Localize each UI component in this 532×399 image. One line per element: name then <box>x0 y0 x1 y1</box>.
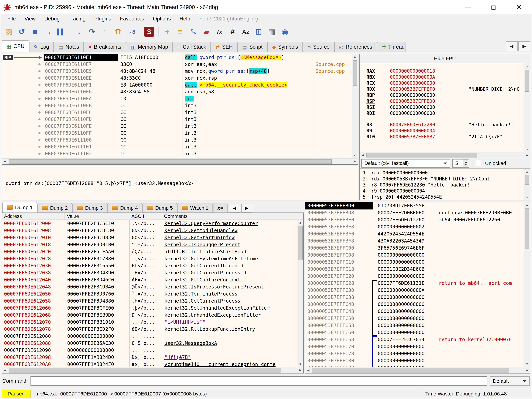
stack-value[interactable]: 0000000000000000 <box>377 343 439 350</box>
stack-value[interactable]: 0000000000000000 <box>377 294 439 301</box>
breakpoint-dot-icon[interactable] <box>38 153 41 155</box>
register-value[interactable]: 00000053B7EFFBF0 <box>390 86 469 92</box>
argument-row-3[interactable]: 3: r8 00007FF6DE612280 "Hello, packer!" <box>363 182 523 188</box>
dump-address[interactable]: 00007FF6DE612058 <box>2 297 65 304</box>
close-button[interactable]: ✕ <box>506 0 532 14</box>
dump-vertical-scrollbar[interactable] <box>297 220 303 367</box>
stack-address[interactable]: 00000053B7EFFC60 <box>305 329 372 336</box>
dump-address[interactable]: 00007FF6DE612020 <box>2 248 65 255</box>
stack-row[interactable]: 00000053B7EFFBD800007FFE2D0BF0B0ucrtbase… <box>305 209 524 216</box>
stack-address[interactable]: 00000053B7EFFBD8 <box>305 209 372 216</box>
register-row-rbp[interactable]: RBP0000000000000000 <box>367 92 523 98</box>
stack-address[interactable]: 00000053B7EFFC58 <box>305 322 372 329</box>
dump-address[interactable]: 00007FF6DE612090 <box>2 347 65 354</box>
scroll-left-icon[interactable] <box>2 158 8 164</box>
registers-vertical-scrollbar[interactable] <box>524 63 530 152</box>
dump-row[interactable]: 00007FF6DE61207000007FFE2F3B1010..;/þ...… <box>2 319 297 326</box>
register-row-rcx[interactable]: RCX0000000000000000 <box>367 80 523 86</box>
dump-row[interactable]: 00007FF6DE61201000007FFE2F3CD8300Ø</þ...… <box>2 234 297 241</box>
dump-address[interactable]: 00007FF6DE612040 <box>2 276 65 283</box>
scrollbar-thumb[interactable] <box>525 175 529 185</box>
argument-row-5[interactable]: 5: [rsp+20] 44205245424D554E <box>363 194 523 200</box>
export-icon[interactable]: ⊞ <box>252 26 265 38</box>
stack-horizontal-scrollbar[interactable] <box>305 367 530 373</box>
disasm-address[interactable]: 00007FF6DE611100 <box>44 137 118 144</box>
stack-address[interactable]: 00000053B7EFFBF8 <box>305 237 372 244</box>
command-mode-select[interactable]: Default <box>490 376 530 386</box>
register-row-rax[interactable]: RAX0000000000000018 <box>367 68 523 74</box>
stack-address[interactable]: 00000053B7EFFC18 <box>305 266 372 273</box>
run-to-user-code-icon[interactable]: ⇈ <box>112 26 124 38</box>
scroll-up-icon[interactable] <box>524 202 530 208</box>
dump-row[interactable]: 00007FF6DE6120A000007FFE1AB824E0à$,.þ...… <box>2 361 297 367</box>
stack-row[interactable]: 00000053B7EFFC100000000000000000 <box>305 258 524 266</box>
register-value[interactable]: 00007FF6DE612280 <box>390 122 469 128</box>
stack-address[interactable]: 00000053B7EFFC20 <box>305 273 372 280</box>
stack-value[interactable]: 0000000000000000 <box>377 329 439 336</box>
tab-call-stack[interactable]: ≡Call Stack <box>173 42 211 52</box>
case-icon[interactable]: Az <box>239 26 252 38</box>
disasm-address[interactable]: 00007FF6DE6110E9 <box>44 68 118 75</box>
tab-dump-4[interactable]: Dump 4 <box>108 203 142 212</box>
register-row-rsi[interactable]: RSI0000000000000000 <box>367 104 523 110</box>
breakpoint-dot-icon[interactable] <box>38 139 41 141</box>
browser-icon[interactable]: ◉ <box>279 26 291 38</box>
dump-row[interactable]: 00007FF6DE6120900000000000000000........ <box>2 347 297 354</box>
stack-row[interactable]: 00000053B7EFFBF044205245424D554E <box>305 230 524 237</box>
stack-value[interactable]: 00007FF6DE61131E <box>377 280 439 287</box>
dump-address[interactable]: 00007FF6DE612070 <box>2 319 65 326</box>
disasm-row[interactable]: 00007FF6DE6110FCCCint3 <box>2 109 351 116</box>
stack-row[interactable]: 00000053B7EFFC400000000000000000 <box>305 301 524 308</box>
menu-view[interactable]: View <box>20 15 40 22</box>
tab-cpu[interactable]: ▦CPU <box>2 40 29 52</box>
scrollbar-thumb[interactable] <box>353 60 357 85</box>
stack-row[interactable]: 00000053B7EFFBD001D73BD17EEB355E <box>305 202 524 209</box>
register-value[interactable]: 0000000000000004 <box>390 128 469 134</box>
tab-dump-2[interactable]: Dump 2 <box>37 203 72 212</box>
tab-scroll-left-button[interactable] <box>506 41 518 51</box>
register-row-rsp[interactable]: RSP00000053B7EFFBD0 <box>367 98 523 104</box>
tab-watch-1[interactable]: Watch 1 <box>177 203 213 212</box>
scroll-left-icon[interactable] <box>305 367 311 373</box>
tab-dump-5[interactable]: Dump 5 <box>142 203 177 212</box>
disasm-row[interactable]: 00007FF6DE6110E733C0xor eax,eaxSource.cp… <box>2 61 351 68</box>
stack-value[interactable]: 0000000000000002 <box>377 223 439 230</box>
dump-horizontal-scrollbar[interactable] <box>2 367 303 373</box>
dump-value[interactable]: 00007FFE2E35AC30 <box>65 340 129 347</box>
scrollbar-thumb[interactable] <box>525 70 529 92</box>
stack-value[interactable]: 0000000000000000 <box>377 364 439 367</box>
unlocked-checkbox[interactable] <box>476 161 481 166</box>
command-input[interactable] <box>31 376 487 386</box>
dump-address[interactable]: 00007FF6DE612088 <box>2 340 65 347</box>
stack-value[interactable]: 0000000000000000 <box>377 273 439 280</box>
disasm-address[interactable]: 00007FF6DE6110F6 <box>44 88 118 95</box>
dump-tab-scroll-left-button[interactable] <box>229 204 240 212</box>
stack-address[interactable]: 00000053B7EFFC50 <box>305 315 372 322</box>
breakpoint-dot-icon[interactable] <box>38 111 41 114</box>
scroll-right-icon[interactable] <box>297 367 303 373</box>
stack-value[interactable]: 00007FFE2D0BF0B0 <box>377 209 439 216</box>
disasm-row[interactable]: 00007FF6DE6110FAC3ret <box>2 95 351 102</box>
dump-value[interactable]: 00007FFE2F3CD2F0 <box>65 326 129 333</box>
dump-row[interactable]: 00007FF6DE61200000007FFE2F3C5C10.\</þ...… <box>2 220 297 227</box>
scroll-right-icon[interactable] <box>352 158 358 164</box>
dump-value[interactable]: 00007FFE2F3CD830 <box>65 234 129 241</box>
tab-references[interactable]: ◎References <box>334 42 377 52</box>
register-row-rdi[interactable]: RDI0000000000000000 <box>367 110 523 116</box>
scroll-up-icon[interactable] <box>524 63 530 69</box>
breakpoint-dot-icon[interactable] <box>38 98 41 100</box>
scroll-left-icon[interactable] <box>2 367 8 373</box>
dump-value[interactable]: 00007FFE2F3C7B80 <box>65 255 129 262</box>
register-value[interactable]: 000000000000000A <box>390 74 469 80</box>
dump-address[interactable]: 00007FF6DE612078 <box>2 326 65 333</box>
function-icon[interactable]: fx <box>213 26 226 38</box>
breakpoint-dot-icon[interactable] <box>38 146 41 148</box>
dump-address[interactable]: 00007FF6DE612028 <box>2 255 65 262</box>
stack-row[interactable]: 00000053B7EFFC600000000000000000 <box>305 329 524 336</box>
menu-file[interactable]: File <box>3 15 20 22</box>
register-value[interactable]: 00000053B7EFF8B7 <box>390 134 469 140</box>
dump-value[interactable]: 00007FFE2F3D4880 <box>65 297 129 304</box>
dump-row[interactable]: 00007FF6DE61209800007FFE1AB824D0Ð$,.þ...… <box>2 354 297 361</box>
dump-address[interactable]: 00007FF6DE612048 <box>2 283 65 290</box>
stack-row[interactable]: 00000053B7EFFBE80000000000000002 <box>305 223 524 230</box>
